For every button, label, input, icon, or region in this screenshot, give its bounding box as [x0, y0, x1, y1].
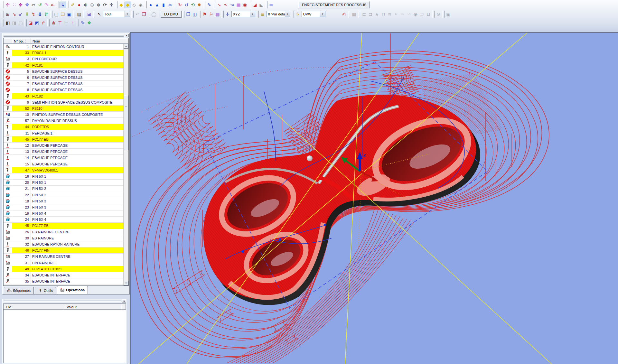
cylinder-primitive-icon[interactable]: ▮ — [160, 2, 167, 8]
csys-origin-icon[interactable]: ↳ — [60, 2, 66, 8]
operation-row[interactable]: 47VFMHVD0400.1 — [4, 167, 123, 173]
operation-row[interactable]: 18FIN 5X 3 — [4, 198, 123, 204]
operation-row[interactable]: 27FIN RAINURE CENTRE — [4, 254, 123, 260]
tab-sequences[interactable]: Séquences — [4, 287, 34, 294]
csys-combo[interactable]: XYZ▼ — [231, 11, 255, 17]
layers-icon[interactable]: ≣ — [259, 11, 266, 17]
operation-row[interactable]: 12EBAUCHE PERCAGE — [4, 143, 123, 149]
viewport-canvas[interactable]: Z — [131, 33, 618, 364]
surface-pull-icon[interactable]: ➘ — [216, 2, 222, 8]
database-icon[interactable]: ▥ — [214, 11, 221, 17]
repaint-icon[interactable]: ✐ — [70, 2, 76, 8]
new-file-icon[interactable]: ▢ — [53, 11, 60, 17]
name-column-header[interactable]: Nom — [31, 38, 128, 43]
operation-row[interactable]: 3FIN CONTOUR — [4, 56, 123, 62]
operation-row[interactable]: 24FIN 5X 4 — [4, 217, 123, 223]
properties-panel-titlebar[interactable]: x — [3, 299, 127, 303]
operation-row[interactable]: 33FR0C4.1 — [4, 50, 123, 56]
curve-flip-icon[interactable]: ↷ — [43, 2, 50, 8]
operation-row[interactable]: 34EBAUCHE INTERFACE — [4, 272, 123, 278]
operation-row[interactable]: 43FC182 — [4, 93, 123, 99]
operation-row[interactable]: 52FS110 — [4, 106, 123, 112]
surface-twist-icon[interactable]: ∿ — [222, 2, 229, 8]
csys-select-icon[interactable]: ✛ — [224, 11, 231, 17]
points-swap-icon[interactable]: ✤ — [17, 2, 24, 8]
operation-row[interactable]: 32EBAUCHE RAYON RAINURE — [4, 241, 123, 247]
hidden-line-icon[interactable]: ◈ — [137, 2, 144, 8]
axis-x-move-icon[interactable]: ↘ — [11, 11, 17, 17]
key-column-header[interactable]: Clé — [4, 304, 64, 309]
operation-row[interactable]: 22FIN 5X 2 — [4, 192, 123, 198]
operation-row[interactable]: 48FC214.011.011821 — [4, 266, 123, 272]
record-macro-icon[interactable]: ✍ — [341, 11, 347, 17]
operation-row[interactable]: 5EBAUCHE SURFACE DESSUS — [4, 69, 123, 75]
operation-row[interactable]: 10FINITION SURFACE DESSUS COMPOSITE — [4, 112, 123, 118]
rotate-view-z-icon[interactable]: ⟲ — [190, 2, 196, 8]
window-cascade-icon[interactable]: ◫ — [192, 11, 198, 17]
close-icon[interactable]: x — [125, 34, 129, 37]
edit-points-icon[interactable]: ✣ — [5, 2, 11, 8]
surface-mesh-icon[interactable]: ▦ — [235, 2, 242, 8]
zoom-out-icon[interactable]: ⊖ — [89, 2, 95, 8]
icon-column-header[interactable] — [4, 38, 12, 43]
rotate-view-y-icon[interactable]: ↺ — [183, 2, 190, 8]
sketch-icon[interactable]: ✎ — [206, 2, 212, 8]
open-file-icon[interactable]: ❏ — [60, 11, 66, 17]
extend-surface-icon[interactable]: ⇨ — [268, 2, 275, 8]
import-process-icon[interactable]: ❒ — [141, 11, 147, 17]
close-icon[interactable]: x — [122, 299, 126, 303]
machine-link-icon[interactable]: ⊞ — [5, 11, 11, 17]
surface-patch-icon[interactable]: ◉ — [242, 2, 248, 8]
draft-face-icon[interactable]: ◣ — [258, 2, 265, 8]
op-number-column-header[interactable]: N° op. : — [12, 38, 31, 43]
chevron-down-icon[interactable]: ▼ — [320, 11, 325, 17]
toolbar-grip[interactable] — [2, 1, 4, 8]
operation-row[interactable]: 8EBAUCHE SURFACE DESSUS — [4, 87, 123, 93]
scroll-up-icon[interactable]: ▲ — [124, 44, 128, 49]
operations-panel-titlebar[interactable]: x — [3, 33, 129, 37]
toolbar-grip[interactable] — [2, 19, 4, 26]
lo-dmu-button[interactable]: LO DMU — [161, 11, 182, 18]
pan-view-icon[interactable]: ✛ — [108, 2, 115, 8]
chevron-down-icon[interactable]: ▼ — [285, 11, 290, 17]
operation-row[interactable]: 13EBAUCHE PERCAGE — [4, 149, 123, 155]
operation-row[interactable]: 57RAYON RAINURE DESSUS — [4, 118, 123, 124]
axis-z-move-icon[interactable]: ⇓ — [24, 11, 30, 17]
properties-table-body[interactable] — [4, 310, 126, 361]
operation-row[interactable]: 30EB RAINURE — [4, 235, 123, 241]
surface-flow-icon[interactable]: ↝ — [229, 2, 235, 8]
operation-row[interactable]: 1EBAUCHE FINITION CONTOUR — [4, 44, 123, 50]
toolpath-copy-icon[interactable]: ◩ — [34, 20, 40, 26]
toolpath-axis-icon[interactable]: ↱ — [40, 20, 47, 26]
operation-row[interactable]: 6EBAUCHE SURFACE DESSUS — [4, 75, 123, 81]
window-tile-icon[interactable]: ❐ — [185, 11, 192, 17]
copy-icon[interactable]: ⊞ — [86, 11, 92, 17]
operation-row[interactable]: 7EBAUCHE SURFACE DESSUS — [4, 81, 123, 87]
layer-combo[interactable]: 0 'Par défa▼ — [267, 11, 290, 17]
operation-row[interactable]: 23FIN 5X 3 — [4, 204, 123, 210]
stock-simulation-icon[interactable]: ◧ — [5, 20, 11, 26]
sphere-primitive-icon[interactable]: ● — [147, 2, 154, 8]
chevron-down-icon[interactable]: ▼ — [125, 11, 130, 17]
operation-row[interactable]: 31FIN RAINURE — [4, 260, 123, 266]
uvw-combo[interactable]: UVW▼ — [302, 11, 325, 17]
export-stack-icon[interactable]: ❖ — [86, 20, 92, 26]
axis-rotate-a-icon[interactable]: ↯ — [30, 11, 37, 17]
operation-row[interactable]: 21FIN 5X 2 — [4, 186, 123, 192]
tab-operations[interactable]: Opérations — [57, 286, 88, 294]
operation-row[interactable]: 9SEMI FINITION SURFACE DESSUS COMPOSITE — [4, 99, 123, 106]
rotate-view-x-icon[interactable]: ↻ — [177, 2, 183, 8]
toolpath-edit-icon[interactable]: ◪ — [27, 20, 34, 26]
flag-clear-icon[interactable]: ⚐ — [208, 11, 214, 17]
wireframe-view-icon[interactable]: ◇ — [131, 2, 137, 8]
save-file-icon[interactable]: ▣ — [66, 11, 72, 17]
axis-rotate-c-icon[interactable]: ⇵ — [43, 11, 50, 17]
refresh-view-icon[interactable]: ⟳ — [102, 2, 108, 8]
tab-outils[interactable]: Outils — [35, 287, 56, 294]
operation-row[interactable]: 19FIN 5X 4 — [4, 210, 123, 217]
operation-row[interactable]: 20FIN 5X 1 — [4, 180, 123, 186]
process-sheet-icon[interactable]: ✎ — [80, 20, 86, 26]
chevron-down-icon[interactable]: ▼ — [250, 11, 255, 17]
scroll-down-icon[interactable]: ▼ — [124, 281, 128, 285]
selection-filter-combo[interactable]: Tout▼ — [103, 11, 130, 17]
